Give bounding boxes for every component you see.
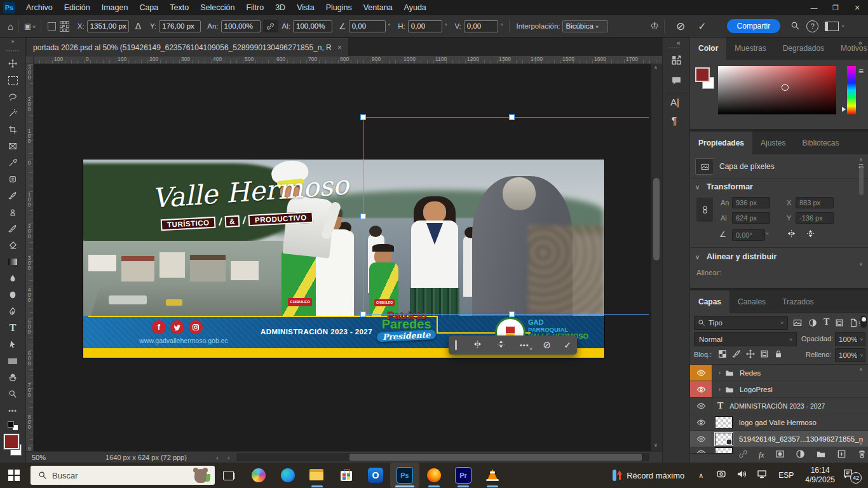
foreground-color-swatch[interactable] <box>695 67 710 82</box>
transform-tool-icon[interactable]: ▣ ˅ <box>24 22 36 30</box>
add-mask-icon[interactable] <box>775 449 785 461</box>
tab-color[interactable]: Color <box>690 37 726 60</box>
copilot-icon[interactable] <box>244 463 273 488</box>
transform-handle-bottom-left[interactable] <box>360 311 366 317</box>
new-group-icon[interactable] <box>816 449 826 461</box>
delete-layer-icon[interactable] <box>857 449 867 461</box>
tab-trazados[interactable]: Trazados <box>774 290 822 313</box>
collapse-panels-icon[interactable]: » <box>858 39 862 46</box>
y-input[interactable]: 176,00 px <box>159 20 201 32</box>
tab-motivos[interactable]: Motivos <box>832 37 868 60</box>
lock-transparency-icon[interactable] <box>718 349 727 361</box>
panel-scroll-up-icon[interactable]: ∧ <box>859 157 863 163</box>
path-selection-tool[interactable] <box>0 337 25 352</box>
paragraph-panel-icon[interactable]: ¶ <box>672 116 677 127</box>
vskew-input[interactable]: 0,00 <box>464 20 498 32</box>
photoshop-taskbar-icon[interactable]: Ps <box>390 463 419 488</box>
cancel-icon[interactable]: ⊘ <box>543 339 552 351</box>
filter-toggle[interactable] <box>860 316 867 328</box>
blend-mode-select[interactable]: Normal ˅ <box>694 332 797 346</box>
dodge-tool[interactable] <box>0 287 25 302</box>
tray-expand-icon[interactable]: ∧ <box>698 471 703 480</box>
expand-group-icon[interactable]: › <box>719 386 721 393</box>
gradient-tool[interactable] <box>0 254 25 269</box>
menu-imagen[interactable]: Imagen <box>96 0 134 15</box>
pen-tool[interactable] <box>0 304 25 319</box>
chevron-down-icon[interactable]: ∨ <box>695 184 700 191</box>
outlook-icon[interactable]: O <box>361 463 390 488</box>
edge-icon[interactable] <box>273 463 302 488</box>
canvas-area[interactable]: 1000100200300400500600700800900100011001… <box>25 56 662 463</box>
scroll-up-icon[interactable]: ∧ <box>654 65 658 71</box>
filter-type-icon[interactable]: T <box>824 317 829 327</box>
language-indicator[interactable]: ESP <box>778 471 794 480</box>
tab-bibliotecas[interactable]: Bibliotecas <box>794 132 847 154</box>
weather-widget[interactable]: Récord máximo <box>611 468 684 482</box>
new-layer-icon[interactable] <box>837 449 846 461</box>
menu-ventana[interactable]: Ventana <box>358 0 398 15</box>
transform-box-bottom[interactable] <box>363 314 649 315</box>
x-field[interactable]: 883 px <box>796 197 834 208</box>
clock[interactable]: 16:14 4/9/2025 <box>805 466 835 485</box>
status-arrow-icon[interactable]: › <box>216 454 219 461</box>
transform-box-top[interactable] <box>363 117 649 118</box>
fill-field[interactable]: 100% ˅ <box>835 348 865 362</box>
filter-pixel-icon[interactable] <box>793 318 802 330</box>
close-button[interactable]: ✕ <box>846 0 868 15</box>
link-layers-icon[interactable] <box>738 449 748 461</box>
volume-icon[interactable] <box>736 469 747 482</box>
document-tab[interactable]: portada 2026.psd al 50% (519426149_62357… <box>27 38 348 57</box>
chevron-down-icon[interactable]: ˅ <box>841 24 844 29</box>
menu-archivo[interactable]: Archivo <box>20 0 58 15</box>
close-tab-icon[interactable]: × <box>337 43 342 52</box>
horizontal-scroll-thumb[interactable] <box>349 454 642 461</box>
maintain-aspect-icon[interactable] <box>263 20 278 32</box>
menu-vista[interactable]: Vista <box>291 0 320 15</box>
visibility-toggle[interactable] <box>690 381 712 397</box>
filter-shape-icon[interactable] <box>835 318 844 330</box>
more-options-icon[interactable]: •••˅ <box>520 341 529 349</box>
cancel-transform-icon[interactable]: ⊘ <box>676 20 685 33</box>
tab-propiedades[interactable]: Propiedades <box>690 132 752 154</box>
commit-transform-icon[interactable]: ✓ <box>698 20 706 32</box>
frame-tool[interactable] <box>0 139 25 154</box>
adjustment-layer-icon[interactable] <box>796 449 805 461</box>
vertical-scrollbar[interactable]: ∧ ∨ <box>651 64 662 451</box>
vertical-scroll-thumb[interactable] <box>653 178 660 261</box>
hue-slider-arrow[interactable] <box>842 107 846 112</box>
brush-tool[interactable] <box>0 188 25 203</box>
al-field[interactable]: 624 px <box>732 212 770 224</box>
eraser-tool[interactable] <box>0 238 25 253</box>
hskew-input[interactable]: 0,00 <box>408 20 442 32</box>
hue-slider[interactable] <box>847 66 856 114</box>
search-icon[interactable] <box>790 21 800 32</box>
tab-degradados[interactable]: Degradados <box>775 37 832 60</box>
lock-position-icon[interactable] <box>746 349 755 361</box>
firefox-icon[interactable] <box>419 463 449 488</box>
layer-row-selected[interactable]: 519426149_62357...130496271855_n <box>690 431 868 447</box>
blur-tool[interactable] <box>0 271 25 286</box>
color-field[interactable] <box>718 66 836 114</box>
width-input[interactable]: 100,00% <box>221 20 261 32</box>
confirm-icon[interactable]: ✓ <box>564 340 571 350</box>
menu-3d[interactable]: 3D <box>269 0 291 15</box>
foreground-color-swatch[interactable] <box>4 434 19 449</box>
angle-field[interactable]: 0,00° <box>732 229 765 241</box>
menu-seleccion[interactable]: Selección <box>194 0 240 15</box>
height-input[interactable]: 100,00% <box>293 20 332 32</box>
layers-scroll-down-icon[interactable]: ∨ <box>859 440 863 446</box>
eyedropper-tool[interactable] <box>0 155 25 170</box>
workspace-icon[interactable]: ♔ <box>650 20 658 32</box>
color-panel-menu-icon[interactable]: ≡ <box>858 66 864 76</box>
meet-now-icon[interactable] <box>716 469 726 482</box>
edit-toolbar-icon[interactable]: ••• <box>0 403 25 418</box>
flip-vertical-icon[interactable] <box>806 229 815 241</box>
menu-capa[interactable]: Capa <box>133 0 164 15</box>
x-input[interactable]: 1351,00 px <box>87 20 129 32</box>
filter-smartobject-icon[interactable] <box>849 318 858 330</box>
quick-selection-tool[interactable] <box>0 105 25 121</box>
crop-tool[interactable] <box>0 122 25 137</box>
reference-point-checkbox[interactable] <box>48 22 56 30</box>
menu-plugins[interactable]: Plugins <box>320 0 358 15</box>
filter-adjustment-icon[interactable] <box>808 318 817 330</box>
